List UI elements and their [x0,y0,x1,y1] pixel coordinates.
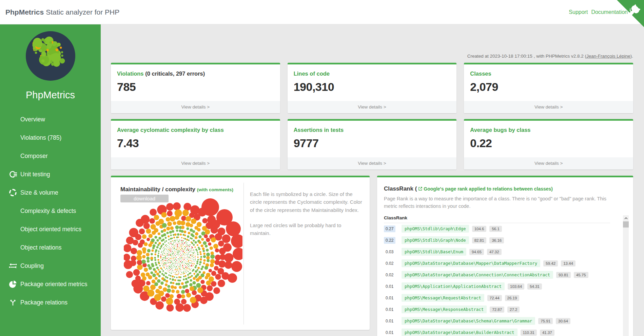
sidebar-item-label: Composer [20,153,48,160]
metric-badge: 36.16 [489,237,504,243]
split-arrow-icon [8,298,17,307]
card-title: Classes [470,71,627,77]
classrank-scrollbar[interactable] [623,215,629,336]
classrank-table: 0.27phpOMS\Stdlib\Graph\Edge104.656.10.2… [384,223,610,336]
sidebar-nav: OverviewViolations (785)ComposerUnit tes… [0,110,101,312]
sidebar-item-label: Package oriented metrics [20,281,87,288]
table-row: 0.03phpOMS\Stdlib\Base\Enum94.6547.32 [384,246,610,258]
card-body: Average cyclomatic complexity by class 7… [111,121,280,157]
sidebar-nav-item: Coupling [0,257,101,275]
view-details-link[interactable]: View details > [288,157,457,170]
sidebar: PhpMetrics OverviewViolations (785)Compo… [0,24,101,336]
class-link[interactable]: phpOMS\DataStorage\Database\Connection\C… [402,271,553,279]
metric-badge: 45.75 [574,272,588,278]
table-row: 0.27phpOMS\Stdlib\Graph\Edge104.656.1 [384,223,610,235]
github-ribbon[interactable] [617,0,644,27]
card-title-text: Violations [117,71,144,77]
card-value: 785 [117,80,274,94]
chevron-up-icon [624,217,628,219]
card-title-suffix: (0 criticals, 297 errors) [144,71,205,77]
pagerank-link[interactable]: Google's page rank applied to relations … [424,186,553,192]
bottom-panels: Maintainability / complexity (with comme… [111,176,633,336]
view-details-link[interactable]: View details > [111,101,280,113]
brand-name: PhpMetrics [5,8,44,16]
scrollbar-thumb[interactable] [623,221,629,228]
class-link[interactable]: phpOMS\Stdlib\Base\Enum [402,248,466,256]
meta-text: Created at 2023-10-18 17:00:15 , with PH… [467,54,586,59]
sidebar-item-label: Unit testing [20,171,50,178]
metric-badge: 54.31 [527,283,542,290]
sidebar-item-size-volume[interactable]: Size & volume [0,183,101,202]
classrank-table-header: ClassRank [384,215,610,223]
sidebar-item-object-relations[interactable]: Object relations [0,238,101,257]
class-link[interactable]: phpOMS\Stdlib\Graph\Edge [402,225,469,233]
dashed-circle-icon [8,188,17,197]
summary-cards: Violations (0 criticals, 297 errors) 785… [111,63,633,170]
view-details-link[interactable]: View details > [464,157,633,170]
table-row: 0.01phpOMS\Application\ApplicationAbstra… [384,281,610,292]
table-row: 0.02phpOMS\DataStorage\Database\Mapper\D… [384,258,610,269]
card-title-text: Lines of code [294,71,330,77]
metric-badge: 103.64 [508,283,524,290]
sidebar-item-composer[interactable]: Composer [0,147,101,165]
maintainability-bubble-chart[interactable] [124,197,242,323]
support-link[interactable]: Support [569,9,588,15]
card-title-text: Average cyclomatic complexity by class [117,127,224,133]
view-details-link[interactable]: View details > [288,101,457,113]
sidebar-item-unit-testing[interactable]: Unit testing [0,165,101,183]
classrank-score: 0.03 [384,249,395,255]
classrank-score: 0.01 [384,318,395,324]
card-title: Lines of code [294,71,451,77]
maintainability-title-text: Maintainability / complexity [120,186,195,193]
sidebar-nav-item: Package oriented metrics [0,275,101,293]
classrank-score: 0.02 [384,260,395,267]
card-assertions-in-tests: Assertions in tests 9777 View details > [288,119,457,170]
maintainability-title: Maintainability / complexity (with comme… [120,186,233,193]
classrank-title: ClassRank (Google's page rank applied to… [384,185,626,192]
class-link[interactable]: phpOMS\Message\RequestAbstract [402,294,484,302]
sidebar-item-package-oriented-metrics[interactable]: Package oriented metrics [0,275,101,293]
card-value: 9777 [294,137,451,150]
class-link[interactable]: phpOMS\DataStorage\Database\Mapper\DataM… [402,259,540,267]
sidebar-item-label: Object oriented metrics [20,226,81,233]
sidebar-item-object-oriented-metrics[interactable]: Object oriented metrics [0,220,101,238]
card-avg-bugs-by-class: Average bugs by class 0.22 View details … [464,119,633,170]
class-link[interactable]: phpOMS\Application\ApplicationAbstract [402,282,505,290]
sidebar-item-label: Object relations [20,244,62,251]
metric-badge: 110.31 [521,330,537,336]
class-link[interactable]: phpOMS\Stdlib\Graph\Node [402,236,469,244]
author-link[interactable]: Jean-François Lépine [586,54,630,59]
sidebar-item-violations[interactable]: Violations (785) [0,129,101,147]
class-link[interactable]: phpOMS\Message\ResponseAbstract [402,305,487,313]
classrank-title-text: ClassRank [384,185,413,192]
metric-badge: 13.44 [561,260,575,266]
metric-badge: 82.81 [472,237,487,243]
sidebar-item-complexity-defects[interactable]: Complexity & defects [0,202,101,220]
sidebar-nav-item: Violations (785) [0,129,101,147]
sidebar-item-label: Overview [20,116,45,123]
card-title: Violations (0 criticals, 297 errors) [117,71,274,77]
brand-subtitle: Static analyzer for PHP [46,8,119,16]
test-list-icon [8,170,17,179]
sidebar-item-package-relations[interactable]: Package relations [0,293,101,312]
class-link[interactable]: phpOMS\DataStorage\Database\Schema\Gramm… [402,317,535,325]
classrank-score: 0.01 [384,283,395,290]
card-body: Assertions in tests 9777 [288,121,457,157]
metric-badge: 72.44 [487,295,502,301]
class-link[interactable]: phpOMS\DataStorage\Database\BuilderAbstr… [402,329,518,336]
maintainability-panel: Maintainability / complexity (with comme… [111,176,370,330]
external-link-icon [418,186,423,192]
sidebar-item-coupling[interactable]: Coupling [0,257,101,275]
view-details-link[interactable]: View details > [111,157,280,170]
card-value: 7.43 [117,137,274,150]
card-value: 2,079 [470,80,627,94]
card-violations: Violations (0 criticals, 297 errors) 785… [111,63,280,113]
view-details-link[interactable]: View details > [464,101,633,113]
metric-badge: 41.37 [540,330,554,336]
classrank-paren: ( [415,185,417,192]
sidebar-item-overview[interactable]: Overview [0,110,101,129]
card-title: Average bugs by class [470,127,627,133]
card-body: Classes 2,079 [464,64,633,101]
scroll-up-button[interactable] [623,215,629,221]
description-paragraph: Each file is symbolized by a circle. Siz… [250,190,363,214]
